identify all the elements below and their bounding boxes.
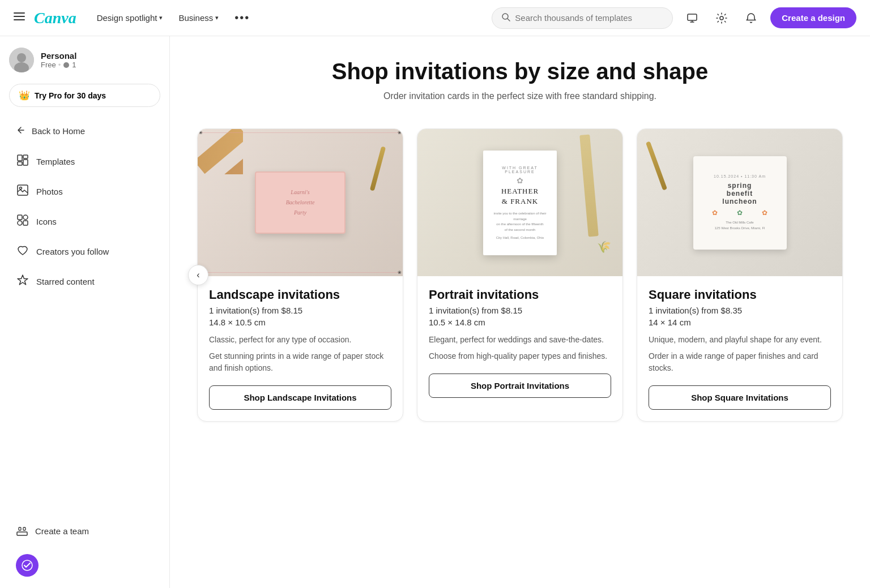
portrait-card-title: Portrait invitations (429, 287, 611, 302)
search-bar[interactable] (492, 7, 673, 29)
create-design-button[interactable]: Create a design (770, 7, 856, 28)
portrait-card-size: 10.5 × 14.8 cm (429, 317, 611, 327)
svg-point-10 (17, 53, 26, 62)
search-icon (501, 12, 510, 24)
canva-logo[interactable]: Canva (34, 9, 76, 27)
square-card-desc2: Order in a wide range of paper finishes … (649, 350, 831, 374)
landscape-card-image: Laarni's Bachelorette Party ❀ ❀ (198, 129, 403, 276)
design-spotlight-menu[interactable]: Design spotlight ▾ (90, 8, 170, 27)
square-card-image: 10.15.2024 • 11:30 Am springbenefitlunch… (637, 129, 842, 276)
svg-rect-25 (19, 527, 21, 530)
page-layout: Personal Free • 1 👑 Try Pro for 30 days (0, 36, 870, 588)
settings-icon[interactable] (711, 8, 732, 28)
person-icon (63, 62, 70, 68)
svg-point-8 (720, 16, 723, 20)
portrait-card-price: 1 invitation(s) from $8.15 (429, 306, 611, 315)
profile-name: Personal (41, 51, 76, 61)
landscape-card-price: 1 invitation(s) from $8.15 (209, 306, 391, 315)
portrait-card-image: WITH GREAT PLEASURE ✿ HEATHER& FRANK inv… (417, 129, 622, 276)
sidebar-bottom: Create a team (9, 506, 160, 577)
sidebar-item-photos[interactable]: Photos (9, 177, 160, 206)
chevron-down-icon: ▾ (159, 14, 163, 22)
square-card-price: 1 invitation(s) from $8.35 (649, 306, 831, 315)
square-card: 10.15.2024 • 11:30 Am springbenefitlunch… (637, 128, 843, 422)
svg-point-20 (23, 215, 28, 220)
monitor-icon[interactable] (682, 8, 702, 28)
portrait-card-desc2: Choose from high-quality paper types and… (429, 350, 611, 362)
more-menu[interactable]: ••• (228, 7, 257, 29)
square-card-desc: Unique, modern, and playful shape for an… (649, 334, 831, 346)
sidebar-item-icons[interactable]: Icons (9, 207, 160, 236)
back-to-home[interactable]: Back to Home (9, 118, 160, 144)
nav-menu: Design spotlight ▾ Business ▾ ••• (90, 7, 257, 29)
svg-rect-2 (14, 19, 25, 20)
svg-rect-13 (18, 155, 22, 161)
crown-icon: 👑 (19, 90, 30, 101)
chevron-down-icon: ▾ (215, 14, 219, 22)
try-pro-button[interactable]: 👑 Try Pro for 30 days (9, 84, 160, 107)
square-card-title: Square invitations (649, 287, 831, 302)
svg-rect-22 (23, 221, 28, 225)
main-content: Shop invitations by size and shape Order… (170, 36, 870, 588)
svg-rect-0 (14, 12, 25, 14)
svg-rect-14 (23, 155, 28, 158)
page-subtitle: Order invitation cards in the perfect si… (197, 91, 843, 101)
portrait-card: WITH GREAT PLEASURE ✿ HEATHER& FRANK inv… (417, 128, 623, 422)
sidebar-item-creators[interactable]: Creators you follow (9, 237, 160, 266)
landscape-card: Laarni's Bachelorette Party ❀ ❀ (197, 128, 403, 422)
svg-rect-1 (14, 16, 25, 17)
star-icon (16, 274, 29, 289)
svg-rect-26 (23, 527, 25, 530)
shop-square-button[interactable]: Shop Square Invitations (649, 385, 831, 410)
profile-plan: Free • 1 (41, 61, 76, 69)
svg-point-12 (63, 62, 69, 68)
search-input[interactable] (515, 13, 663, 23)
ai-assistant-button[interactable] (16, 554, 39, 577)
sidebar-item-starred[interactable]: Starred content (9, 267, 160, 296)
page-title: Shop invitations by size and shape (197, 59, 843, 84)
templates-icon (16, 154, 29, 169)
profile-section: Personal Free • 1 (9, 48, 160, 72)
square-card-size: 14 × 14 cm (649, 317, 831, 327)
svg-rect-23 (17, 532, 27, 535)
sidebar-item-templates[interactable]: Templates (9, 147, 160, 176)
notifications-icon[interactable] (741, 8, 761, 28)
svg-point-21 (18, 221, 22, 225)
shop-landscape-button[interactable]: Shop Landscape Invitations (209, 385, 391, 410)
photos-icon (16, 184, 29, 199)
svg-line-4 (508, 19, 510, 21)
icons-icon (16, 214, 29, 229)
portrait-card-desc: Elegant, perfect for weddings and save-t… (429, 334, 611, 346)
svg-rect-5 (688, 14, 697, 20)
create-team-item[interactable]: Create a team (9, 517, 160, 545)
cards-wrapper: ‹ (197, 128, 843, 422)
top-navigation: Canva Design spotlight ▾ Business ▾ ••• (0, 0, 870, 36)
sidebar-nav: Back to Home Templates (9, 118, 160, 296)
landscape-card-title: Landscape invitations (209, 287, 391, 302)
scroll-back-button[interactable]: ‹ (188, 265, 208, 285)
svg-rect-16 (23, 160, 28, 165)
shop-portrait-button[interactable]: Shop Portrait Invitations (429, 374, 611, 398)
hamburger-menu[interactable] (14, 11, 25, 25)
landscape-card-size: 14.8 × 10.5 cm (209, 317, 391, 327)
arrow-left-icon (16, 125, 26, 137)
cards-grid: Laarni's Bachelorette Party ❀ ❀ (197, 128, 843, 422)
avatar (9, 48, 34, 72)
sidebar: Personal Free • 1 👑 Try Pro for 30 days (0, 36, 170, 588)
landscape-card-desc: Classic, perfect for any type of occasio… (209, 334, 391, 346)
heart-icon (16, 244, 29, 259)
nav-icon-group (682, 8, 761, 28)
svg-rect-19 (18, 215, 22, 220)
team-icon (16, 524, 28, 538)
svg-point-18 (20, 187, 22, 190)
business-menu[interactable]: Business ▾ (172, 8, 225, 27)
landscape-card-desc2: Get stunning prints in a wide range of p… (209, 350, 391, 374)
svg-rect-15 (18, 162, 22, 165)
